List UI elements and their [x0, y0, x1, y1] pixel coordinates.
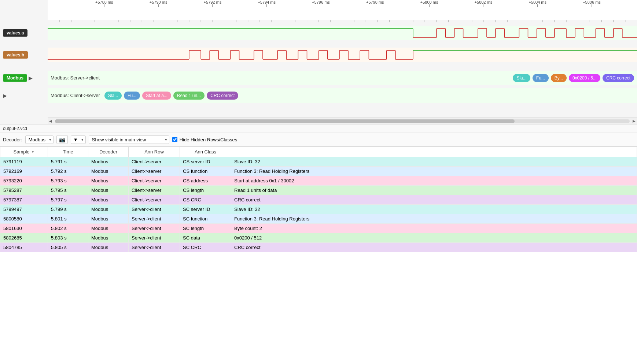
cell-ann-class: SC length	[180, 224, 231, 233]
cell-ann-class: SC server ID	[180, 205, 231, 214]
toolbar: Decoder: Modbus 📷 ▼ Show visible in main…	[0, 133, 637, 146]
signal-canvas-values-a	[48, 26, 637, 40]
scroll-left-arrow[interactable]: ◀	[48, 118, 54, 124]
cell-value: Byte count: 2	[231, 224, 637, 233]
table-body: 5791119 5.791 s Modbus Client->server CS…	[0, 157, 637, 252]
cell-time: 5.795 s	[48, 186, 88, 195]
cell-decoder: Modbus	[88, 195, 129, 205]
cell-sample: 5799497	[0, 205, 48, 214]
table-row[interactable]: 5792169 5.792 s Modbus Client->server CS…	[0, 167, 637, 176]
scroll-right-arrow[interactable]: ▶	[631, 118, 637, 124]
data-table-wrapper[interactable]: Sample ▼ Time Decoder Ann Row Ann Class …	[0, 146, 637, 252]
signal-label-values-b: values.b	[0, 51, 48, 59]
timeline-area: +5788 ms +5790 ms +5792 ms +5794 ms +579…	[0, 0, 637, 125]
ruler-tick-6: +5800 ms	[420, 0, 438, 7]
scrollbar-track[interactable]	[55, 119, 630, 123]
cell-decoder: Modbus	[88, 157, 129, 167]
cell-decoder: Modbus	[88, 167, 129, 176]
cell-sample: 5792169	[0, 167, 48, 176]
cell-value: Function 3: Read Holding Registers	[231, 214, 637, 224]
ruler-tick-8: +5804 ms	[529, 0, 546, 7]
cell-decoder: Modbus	[88, 243, 129, 252]
cell-time: 5.793 s	[48, 176, 88, 186]
decoder-select[interactable]: Modbus	[25, 135, 54, 144]
file-label: output-2.vcd	[0, 125, 637, 133]
table-row[interactable]: 5795287 5.795 s Modbus Client->server CS…	[0, 186, 637, 195]
ruler-tick-1: +5790 ms	[150, 0, 167, 7]
cell-value: Read 1 units of data	[231, 186, 637, 195]
sort-icon-sample: ▼	[31, 150, 35, 154]
icon-btn-1[interactable]: 📷	[56, 135, 68, 144]
table-row[interactable]: 5793220 5.793 s Modbus Client->server CS…	[0, 176, 637, 186]
timeline-ruler: +5788 ms +5790 ms +5792 ms +5794 ms +579…	[48, 0, 637, 20]
data-table: Sample ▼ Time Decoder Ann Row Ann Class …	[0, 146, 637, 252]
ruler-tick-0: +5788 ms	[95, 0, 113, 7]
table-row[interactable]: 5802685 5.803 s Modbus Server->client SC…	[0, 233, 637, 243]
icon-dropdown-wrapper[interactable]: ▼	[71, 135, 86, 144]
icon-dropdown[interactable]: ▼	[71, 135, 86, 144]
cell-ann-row: Server->client	[129, 205, 180, 214]
decoder-select-wrapper[interactable]: Modbus	[25, 135, 54, 144]
cell-ann-row: Server->client	[129, 243, 180, 252]
modbus-label-server: Modbus ▶	[0, 74, 48, 82]
th-time[interactable]: Time	[48, 147, 88, 157]
cell-decoder: Modbus	[88, 186, 129, 195]
table-row[interactable]: 5791119 5.791 s Modbus Client->server CS…	[0, 157, 637, 167]
protocol-canvas-client: Modbus: Client->server Sla... Fu... Star…	[48, 88, 637, 103]
hide-label: Hide Hidden Rows/Classes	[180, 137, 238, 142]
th-decoder[interactable]: Decoder	[88, 147, 129, 157]
cell-value: CRC correct	[231, 243, 637, 252]
th-ann-row[interactable]: Ann Row	[129, 147, 180, 157]
cell-value: 0x0200 / 512	[231, 233, 637, 243]
server-badges: Sla... Fu... By... 0x0200 / 5... CRC cor…	[513, 74, 634, 82]
signal-row-values-b: values.b	[0, 46, 637, 64]
cell-ann-row: Client->server	[129, 186, 180, 195]
table-row[interactable]: 5801630 5.802 s Modbus Server->client SC…	[0, 224, 637, 233]
th-ann-class[interactable]: Ann Class	[180, 147, 231, 157]
cell-value: CRC correct	[231, 195, 637, 205]
cell-ann-row: Server->client	[129, 233, 180, 243]
scrollbar-thumb[interactable]	[55, 119, 515, 123]
scrollbar[interactable]: ◀ ▶	[48, 118, 637, 124]
cell-decoder: Modbus	[88, 176, 129, 186]
cell-sample: 5797387	[0, 195, 48, 205]
protocol-canvas-server: Modbus: Server->client Sla... Fu... By..…	[48, 71, 637, 85]
modbus-label-client: ▶	[0, 93, 48, 99]
protocol-row-client: ▶ Modbus: Client->server Sla... Fu... St…	[0, 87, 637, 104]
cell-value: Slave ID: 32	[231, 205, 637, 214]
bottom-section: output-2.vcd Decoder: Modbus 📷 ▼ Show vi…	[0, 125, 637, 364]
cell-ann-row: Client->server	[129, 195, 180, 205]
table-row[interactable]: 5797387 5.797 s Modbus Client->server CS…	[0, 195, 637, 205]
cell-sample: 5801630	[0, 224, 48, 233]
cell-sample: 5795287	[0, 186, 48, 195]
cell-time: 5.802 s	[48, 224, 88, 233]
table-row[interactable]: 5800580 5.801 s Modbus Server->client SC…	[0, 214, 637, 224]
view-dropdown-wrapper[interactable]: Show visible in main view Show all	[89, 135, 169, 144]
table-row[interactable]: 5799497 5.799 s Modbus Server->client SC…	[0, 205, 637, 214]
cell-time: 5.791 s	[48, 157, 88, 167]
table-header-row: Sample ▼ Time Decoder Ann Row Ann Class	[0, 147, 637, 157]
table-row[interactable]: 5804785 5.805 s Modbus Server->client SC…	[0, 243, 637, 252]
cell-ann-class: CS address	[180, 176, 231, 186]
cell-ann-class: CS length	[180, 186, 231, 195]
cell-sample: 5804785	[0, 243, 48, 252]
ruler-tick-4: +5796 ms	[312, 0, 330, 7]
camera-icon: 📷	[59, 137, 65, 142]
signal-canvas-values-b	[48, 48, 637, 62]
ruler-tick-5: +5798 ms	[366, 0, 384, 7]
cell-decoder: Modbus	[88, 205, 129, 214]
cell-ann-row: Server->client	[129, 214, 180, 224]
cell-ann-row: Client->server	[129, 176, 180, 186]
hide-checkbox[interactable]	[172, 137, 177, 142]
cell-value: Slave ID: 32	[231, 157, 637, 167]
cell-sample: 5791119	[0, 157, 48, 167]
signal-label-values-a: values.a	[0, 29, 48, 37]
hide-checkbox-label[interactable]: Hide Hidden Rows/Classes	[172, 137, 238, 142]
cell-time: 5.805 s	[48, 243, 88, 252]
cell-sample: 5802685	[0, 233, 48, 243]
ruler-tick-7: +5802 ms	[475, 0, 493, 7]
th-sample[interactable]: Sample ▼	[0, 147, 48, 157]
cell-ann-class: CS server ID	[180, 157, 231, 167]
view-dropdown-select[interactable]: Show visible in main view Show all	[89, 135, 169, 144]
th-value	[231, 147, 637, 157]
